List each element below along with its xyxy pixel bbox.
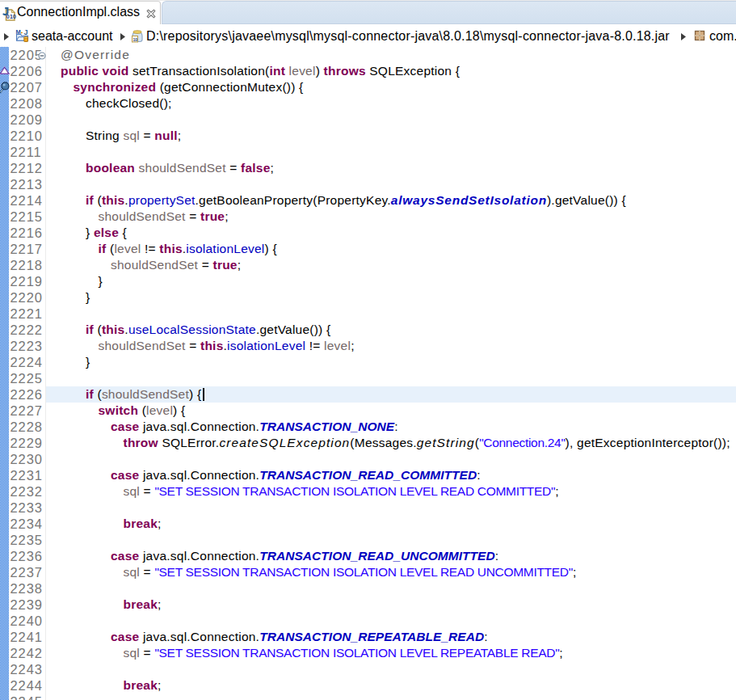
svg-text:J: J — [24, 29, 28, 36]
svg-text:10: 10 — [133, 37, 138, 42]
svg-text:M: M — [16, 29, 21, 36]
svg-text:010: 010 — [6, 14, 16, 19]
